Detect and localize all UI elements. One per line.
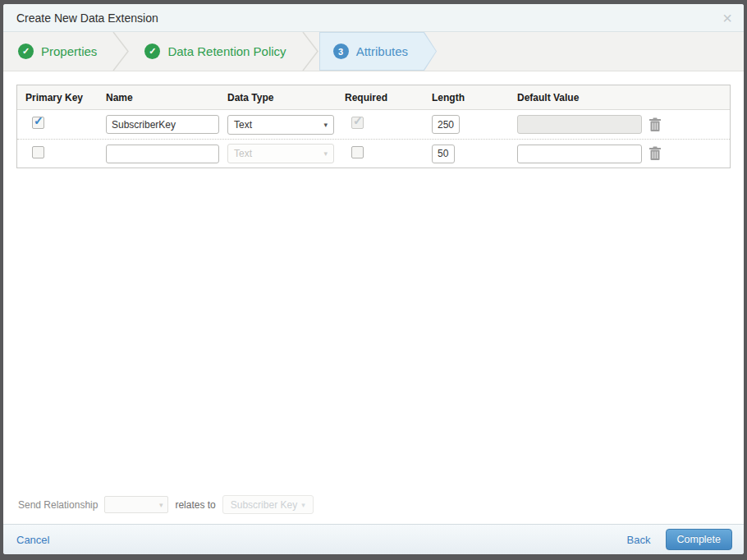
wizard-steps: ✓ Properties ✓ Data Retention Policy 3 A… bbox=[3, 32, 744, 71]
check-circle-icon: ✓ bbox=[18, 44, 34, 59]
required-checkbox bbox=[351, 117, 364, 129]
create-data-extension-modal: Create New Data Extension × ✓ Properties… bbox=[3, 4, 744, 554]
data-type-value: Text bbox=[234, 148, 252, 159]
header-primary-key: Primary Key bbox=[25, 92, 106, 103]
name-input[interactable] bbox=[106, 115, 219, 134]
header-name: Name bbox=[106, 92, 227, 103]
modal-content: Primary Key Name Data Type Required Leng… bbox=[3, 71, 744, 524]
required-checkbox[interactable] bbox=[351, 146, 364, 158]
default-value-input[interactable] bbox=[517, 145, 642, 163]
modal-footer: Cancel Back Complete bbox=[3, 524, 744, 554]
trash-icon[interactable] bbox=[648, 146, 662, 161]
primary-key-checkbox[interactable] bbox=[32, 146, 44, 158]
data-type-select[interactable]: Text ▾ bbox=[227, 115, 334, 135]
modal-title: Create New Data Extension bbox=[16, 11, 722, 25]
step-label: Data Retention Policy bbox=[167, 44, 286, 58]
step-properties[interactable]: ✓ Properties bbox=[3, 32, 112, 71]
close-icon[interactable]: × bbox=[722, 10, 732, 26]
step-label: Attributes bbox=[356, 44, 408, 58]
back-link[interactable]: Back bbox=[627, 534, 651, 546]
default-value-input bbox=[517, 115, 642, 134]
step-label: Properties bbox=[41, 44, 97, 58]
step-data-retention-policy[interactable]: ✓ Data Retention Policy bbox=[130, 32, 300, 71]
header-data-type: Data Type bbox=[227, 92, 345, 103]
header-required: Required bbox=[345, 92, 432, 103]
chevron-down-icon: ▾ bbox=[159, 501, 163, 509]
chevron-separator-icon bbox=[112, 32, 130, 71]
step-number-badge: 3 bbox=[333, 44, 349, 59]
name-input[interactable] bbox=[106, 145, 219, 163]
complete-button[interactable]: Complete bbox=[666, 529, 733, 550]
send-relationship-select: ▾ bbox=[104, 496, 168, 513]
length-input[interactable] bbox=[432, 115, 460, 134]
trash-icon[interactable] bbox=[648, 117, 662, 132]
table-header-row: Primary Key Name Data Type Required Leng… bbox=[17, 85, 730, 110]
relates-to-label: relates to bbox=[175, 499, 215, 511]
header-length: Length bbox=[432, 92, 517, 103]
length-input[interactable] bbox=[432, 145, 455, 163]
chevron-down-icon: ▾ bbox=[323, 149, 328, 158]
modal-titlebar: Create New Data Extension × bbox=[3, 4, 744, 32]
send-relationship-label: Send Relationship bbox=[18, 499, 98, 511]
cancel-link[interactable]: Cancel bbox=[16, 534, 49, 546]
data-type-select: Text ▾ bbox=[227, 144, 334, 163]
chevron-down-icon: ▾ bbox=[323, 121, 328, 129]
check-circle-icon: ✓ bbox=[144, 44, 160, 59]
relates-to-value: Subscriber Key bbox=[231, 499, 297, 511]
chevron-down-icon: ▾ bbox=[301, 501, 305, 509]
table-row: Text ▾ bbox=[17, 139, 730, 168]
chevron-separator-icon bbox=[301, 32, 319, 71]
send-relationship-row: Send Relationship ▾ relates to Subscribe… bbox=[18, 495, 314, 514]
relates-to-dropdown: Subscriber Key ▾ bbox=[222, 495, 314, 514]
data-type-value: Text bbox=[234, 119, 252, 131]
step-attributes[interactable]: 3 Attributes bbox=[319, 32, 437, 71]
table-row: Text ▾ bbox=[17, 110, 730, 139]
primary-key-checkbox[interactable] bbox=[32, 117, 44, 129]
header-default-value: Default Value bbox=[517, 92, 645, 103]
attributes-table: Primary Key Name Data Type Required Leng… bbox=[16, 85, 731, 168]
